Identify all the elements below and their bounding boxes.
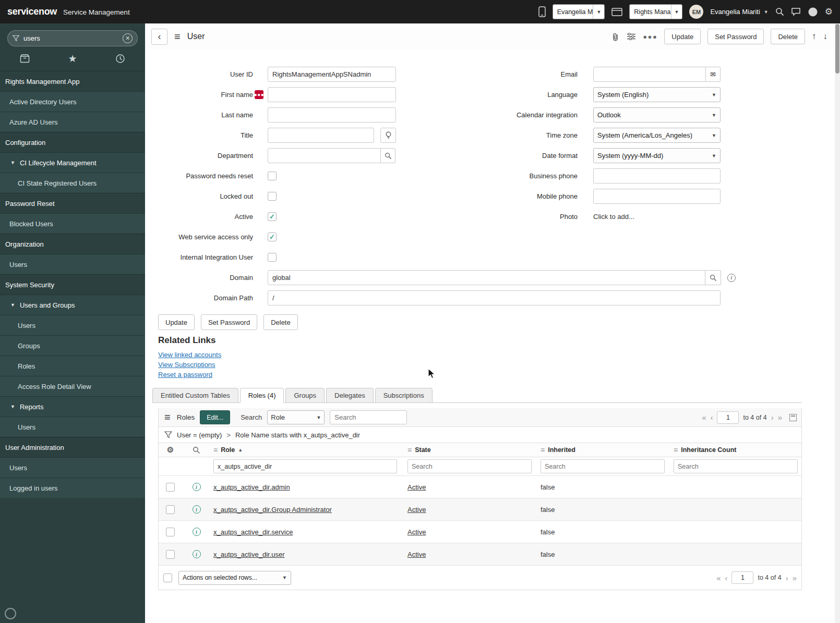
attachment-icon[interactable] — [611, 32, 620, 42]
info-icon[interactable]: i — [193, 528, 201, 536]
select-all-checkbox[interactable] — [163, 573, 172, 582]
all-applications-icon[interactable] — [20, 54, 30, 64]
sidebar-item-azure-ad-users[interactable]: Azure AD Users — [0, 112, 145, 132]
sidebar-item-users-reports[interactable]: Users — [0, 417, 145, 437]
password-needs-reset-checkbox[interactable] — [268, 172, 277, 180]
next-page-icon[interactable]: › — [786, 574, 788, 582]
connect-chat-icon[interactable] — [808, 7, 818, 17]
scrollbar-thumb[interactable] — [835, 24, 839, 74]
tab-delegates[interactable]: Delegates — [326, 388, 374, 402]
row-checkbox[interactable] — [166, 550, 175, 559]
calendar-integration-select[interactable]: Outlook ▼ — [593, 107, 721, 123]
sidebar-item-groups[interactable]: Groups — [0, 335, 145, 356]
edit-button[interactable]: Edit... — [200, 410, 230, 424]
business-phone-input[interactable] — [593, 168, 721, 184]
history-icon[interactable] — [115, 54, 125, 64]
context-menu-icon[interactable]: ≡ — [173, 31, 182, 43]
favorites-icon[interactable]: ★ — [68, 54, 77, 64]
sidebar-item-blocked-users[interactable]: Blocked Users — [0, 213, 145, 234]
view-linked-accounts-link[interactable]: View linked accounts — [158, 350, 221, 360]
sidebar-item-ci-state-registered-users[interactable]: CI State Registered Users — [0, 173, 145, 193]
sidebar-item-ci-lifecycle-management[interactable]: ▼CI Lifecycle Management — [0, 152, 145, 173]
filter-icon[interactable] — [164, 431, 172, 438]
tab-entitled-custom-tables[interactable]: Entitled Custom Tables — [152, 388, 238, 402]
previous-page-icon[interactable]: ‹ — [725, 574, 727, 582]
language-select[interactable]: System (English) ▼ — [593, 87, 721, 102]
breadcrumb-user-condition[interactable]: User = (empty) — [177, 431, 222, 439]
list-search-input[interactable] — [330, 410, 407, 424]
update-button[interactable]: Update — [664, 29, 701, 44]
sidebar-item-reports[interactable]: ▼Reports — [0, 396, 145, 417]
delete-button[interactable]: Delete — [771, 29, 805, 44]
role-link[interactable]: x_autps_active_dir.admin — [213, 483, 290, 491]
next-page-icon[interactable]: › — [771, 413, 774, 421]
column-menu-icon[interactable]: ≡ — [407, 446, 412, 454]
first-page-icon[interactable]: « — [702, 413, 706, 421]
mobile-phone-input[interactable] — [593, 189, 721, 204]
photo-add-link[interactable]: Click to add... — [593, 213, 634, 221]
department-lookup-icon[interactable] — [381, 148, 395, 163]
reset-a-password-link[interactable]: Reset a password — [158, 370, 212, 380]
sidebar-item-user-administration[interactable]: User Administration — [0, 437, 145, 457]
role-link[interactable]: x_autps_active_dir.Group Administrator — [213, 506, 332, 514]
view-subscriptions-link[interactable]: View Subscriptions — [158, 360, 215, 370]
row-checkbox[interactable] — [166, 528, 175, 536]
sidebar-item-rights-management-app[interactable]: Rights Management App — [0, 71, 145, 91]
row-checkbox[interactable] — [166, 483, 175, 492]
time-zone-select[interactable]: System (America/Los_Angeles) ▼ — [593, 128, 721, 143]
delete-button-bottom[interactable]: Delete — [263, 314, 298, 330]
email-input[interactable] — [593, 67, 706, 82]
sidebar-item-system-security[interactable]: System Security — [0, 274, 145, 295]
set-password-button-bottom[interactable]: Set Password — [201, 314, 257, 330]
state-link[interactable]: Active — [407, 506, 426, 514]
list-search-toggle-icon[interactable] — [182, 446, 211, 454]
last-page-icon[interactable]: » — [793, 574, 797, 582]
previous-page-icon[interactable]: ‹ — [710, 413, 713, 421]
department-input[interactable] — [268, 148, 381, 163]
sidebar-item-users-security[interactable]: Users — [0, 315, 145, 335]
sidebar-item-users-and-groups[interactable]: ▼Users and Groups — [0, 295, 145, 315]
tab-subscriptions[interactable]: Subscriptions — [375, 388, 433, 402]
update-set-select[interactable]: Rights Mana ▼ — [629, 4, 682, 19]
role-link[interactable]: x_autps_active_dir.user — [213, 551, 285, 558]
next-record-icon[interactable]: ↓ — [823, 31, 828, 42]
first-name-input[interactable] — [268, 87, 396, 102]
last-name-input[interactable] — [268, 107, 396, 123]
page-number-input[interactable] — [717, 411, 739, 424]
device-icon[interactable] — [538, 6, 546, 17]
state-link[interactable]: Active — [407, 483, 426, 491]
sidebar-item-access-role-detail-view[interactable]: Access Role Detail View — [0, 376, 145, 396]
row-checkbox[interactable] — [166, 505, 175, 514]
page-number-input[interactable] — [731, 571, 753, 584]
column-menu-icon[interactable]: ≡ — [674, 446, 678, 454]
personalize-form-icon[interactable] — [627, 32, 636, 41]
actions-on-selected-rows-select[interactable]: Actions on selected rows... ▼ — [178, 571, 291, 585]
list-context-menu-icon[interactable]: ≡ — [163, 411, 172, 423]
sidebar-item-users-organization[interactable]: Users — [0, 254, 145, 274]
impersonation-select[interactable]: Evangelia M ▼ — [553, 4, 605, 19]
title-input[interactable] — [268, 128, 374, 143]
locked-out-checkbox[interactable] — [268, 192, 277, 201]
breadcrumb-role-condition[interactable]: Role Name starts with x_autps_active_dir — [235, 431, 360, 439]
previous-record-icon[interactable]: ↑ — [812, 31, 817, 42]
inheritance-count-filter-input[interactable] — [674, 459, 798, 473]
sidebar-item-roles[interactable]: Roles — [0, 356, 145, 376]
sidebar-item-password-reset[interactable]: Password Reset — [0, 193, 145, 213]
sidebar-item-organization[interactable]: Organization — [0, 234, 145, 254]
column-header-inheritance-count[interactable]: ≡ Inheritance Count — [671, 446, 801, 454]
sidebar-item-active-directory-users[interactable]: Active Directory Users — [0, 91, 145, 112]
domain-input[interactable] — [268, 270, 705, 285]
navigator-filter-input[interactable] — [23, 34, 118, 42]
search-field-select[interactable]: Role ▼ — [267, 410, 325, 424]
window-icon[interactable] — [611, 8, 622, 16]
date-format-select[interactable]: System (yyyy-MM-dd) ▼ — [593, 148, 721, 163]
domain-info-icon[interactable]: i — [727, 274, 736, 282]
info-icon[interactable]: i — [193, 483, 201, 491]
email-envelope-icon[interactable]: ✉ — [706, 67, 721, 82]
info-icon[interactable]: i — [193, 550, 201, 558]
collapse-list-icon[interactable] — [789, 414, 797, 421]
back-button[interactable]: ‹ — [151, 29, 167, 45]
help-icon[interactable] — [5, 608, 16, 619]
state-link[interactable]: Active — [407, 528, 426, 536]
role-link[interactable]: x_autps_active_dir.service — [213, 528, 293, 536]
